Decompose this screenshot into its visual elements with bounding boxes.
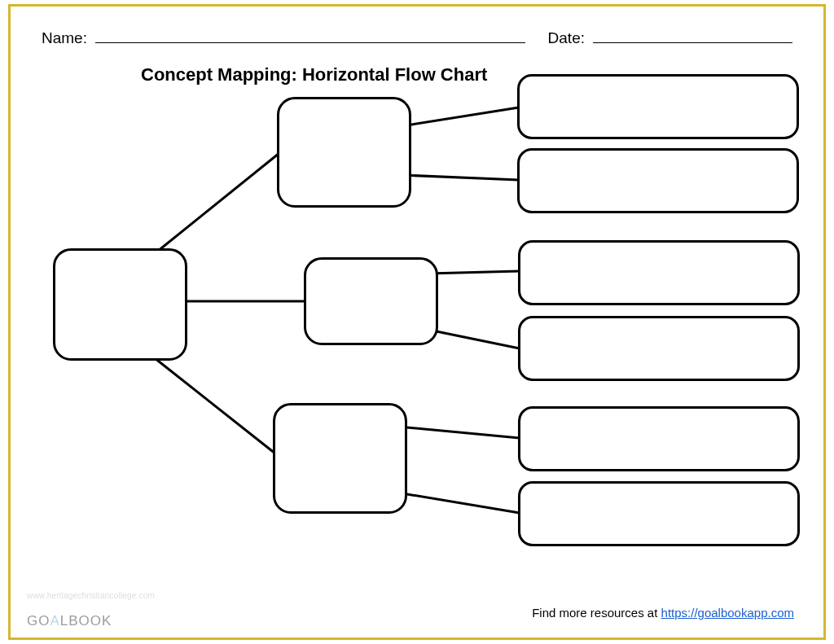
header-row: Name: Date: (42, 29, 792, 47)
edge-mid3-lf5 (398, 427, 520, 438)
node-leaf-4[interactable] (518, 316, 800, 381)
edge-mid2-lf4 (428, 330, 520, 348)
edge-mid2-lf3 (428, 271, 520, 274)
edge-mid1-lf2 (402, 175, 519, 180)
node-leaf-2[interactable] (517, 148, 799, 213)
worksheet-title: Concept Mapping: Horizontal Flow Chart (141, 64, 487, 85)
footer-resources: Find more resources at https://goalbooka… (532, 606, 794, 620)
worksheet-page: Name: Date: Concept Mapping: Horizontal … (8, 4, 826, 640)
node-mid-1[interactable] (277, 97, 411, 208)
footer-prefix: Find more resources at (532, 606, 661, 620)
node-leaf-6[interactable] (518, 481, 800, 546)
footer-link[interactable]: https://goalbookapp.com (661, 606, 794, 620)
edge-mid3-lf6 (393, 492, 520, 513)
node-leaf-3[interactable] (518, 240, 800, 305)
logo-part1: GO (27, 613, 50, 629)
logo-accent: A (50, 613, 59, 629)
edge-mid1-lf1 (402, 107, 519, 126)
logo-part2: LBOOK (60, 613, 112, 629)
watermark-text: www.heritagechristiancollege.com (27, 591, 155, 600)
node-mid-3[interactable] (273, 403, 407, 514)
name-label: Name: (42, 29, 87, 47)
node-root[interactable] (53, 248, 187, 361)
date-input-line[interactable] (593, 30, 792, 43)
goalbook-logo: GOALBOOK (27, 613, 112, 629)
name-input-line[interactable] (95, 30, 525, 43)
node-leaf-1[interactable] (517, 74, 799, 139)
node-leaf-5[interactable] (518, 406, 800, 471)
edge-root-mid3 (151, 355, 279, 457)
node-mid-2[interactable] (304, 257, 438, 345)
date-label: Date: (548, 29, 585, 47)
edge-root-mid1 (153, 153, 279, 255)
